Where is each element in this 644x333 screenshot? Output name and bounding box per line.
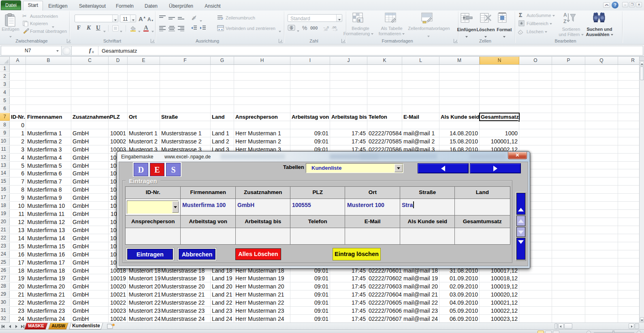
svg-text:$: $ (290, 26, 292, 30)
svg-text:,00: ,00 (324, 28, 328, 31)
svg-text:A: A (563, 12, 567, 18)
svg-text:→,0: →,0 (332, 28, 337, 31)
svg-text:Z: Z (563, 19, 566, 24)
svg-text:≤: ≤ (358, 18, 360, 22)
